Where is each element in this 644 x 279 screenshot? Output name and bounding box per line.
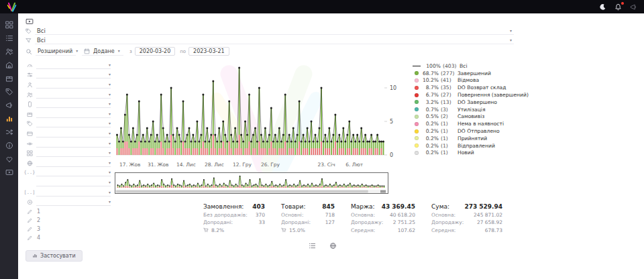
date-to-input[interactable]: 2023-03-21 bbox=[189, 47, 229, 56]
announcements-icon[interactable] bbox=[630, 3, 637, 11]
sidebar-item-info[interactable] bbox=[3, 140, 15, 150]
filter-select-2[interactable]: ▾ bbox=[36, 71, 111, 78]
filter-select-7[interactable]: ▾ bbox=[36, 120, 111, 127]
stat-title: Товари: bbox=[281, 203, 305, 210]
stat-value: 15.0% bbox=[289, 227, 305, 233]
legend-item[interactable]: 68.7%(277)Завершений bbox=[413, 70, 532, 77]
sidebar-item-marketing[interactable] bbox=[3, 100, 15, 110]
filter-select-13[interactable]: ▾ bbox=[36, 179, 111, 186]
filter-select-9[interactable]: ▾ bbox=[36, 140, 111, 148]
filter-select-12[interactable]: ▾ bbox=[36, 169, 111, 176]
user-icon bbox=[25, 82, 34, 88]
sidebar-item-dashboard[interactable] bbox=[3, 19, 15, 30]
cart-icon bbox=[281, 227, 286, 233]
from-label: з bbox=[129, 49, 132, 54]
funnel-filter-icon bbox=[25, 38, 32, 44]
filter-select-5[interactable]: ▾ bbox=[36, 101, 111, 108]
legend-count: (3) bbox=[441, 107, 456, 113]
date-from-input[interactable]: 2020-03-20 bbox=[135, 47, 176, 56]
status-filter-select[interactable]: Всі ▾ bbox=[35, 27, 514, 35]
filter-select-8[interactable]: ▾ bbox=[36, 130, 111, 137]
legend-label: Повернення (завершений) bbox=[458, 92, 529, 98]
filter-select-15[interactable]: ▾ bbox=[36, 199, 111, 206]
sidebar-item-customers[interactable] bbox=[3, 46, 15, 56]
sidebar-item-statistics[interactable] bbox=[3, 113, 15, 123]
legend-item[interactable]: 0.2%(1)Прийнятий bbox=[413, 135, 532, 142]
legend-dot-swatch bbox=[415, 115, 419, 119]
notifications-bell-icon[interactable] bbox=[614, 3, 622, 11]
table-view-icon[interactable] bbox=[309, 242, 316, 249]
chart-range-brush[interactable] bbox=[115, 172, 388, 194]
x-axis-label: 31. Жов bbox=[148, 162, 168, 168]
dashboard-icon bbox=[5, 21, 13, 29]
legend-item[interactable]: 100%(403)Всі bbox=[413, 62, 532, 70]
sidebar bbox=[0, 13, 18, 279]
stat-value: 245 871.02 bbox=[474, 212, 502, 218]
theme-toggle-icon[interactable] bbox=[599, 3, 606, 11]
video-guide-icon[interactable] bbox=[25, 17, 34, 25]
stat-total: 845 bbox=[322, 203, 335, 210]
overview-mini-chart[interactable] bbox=[115, 173, 386, 193]
search-mode-select[interactable]: Розширений ▾ bbox=[36, 48, 76, 56]
map-view-icon[interactable] bbox=[329, 242, 337, 249]
chevron-down-icon: ▾ bbox=[118, 49, 120, 53]
legend-item[interactable]: 8.7%(35)DO Возврат склад bbox=[413, 84, 532, 91]
legend-item[interactable]: 0.2%(1)Відправлений bbox=[413, 142, 532, 150]
filter-select-14[interactable]: ▾ bbox=[36, 189, 111, 197]
search-icon[interactable] bbox=[25, 48, 32, 55]
app-logo-icon[interactable] bbox=[7, 2, 17, 12]
x-axis-label: 14. Лис bbox=[176, 162, 196, 168]
stat-value: 370 bbox=[256, 212, 265, 218]
custom-field-number: 4 bbox=[37, 235, 40, 241]
legend-item[interactable]: 0.2%(1)DO Отправлено bbox=[413, 127, 532, 135]
filter-select-3[interactable]: ▾ bbox=[36, 81, 111, 89]
stat-label: Допродані: bbox=[203, 219, 233, 225]
stat-label: Середня: bbox=[431, 227, 455, 233]
legend-label: Відправлений bbox=[458, 143, 495, 149]
legend-item[interactable]: 3.2%(13)DO Завершено bbox=[413, 99, 532, 106]
legend-item[interactable]: 6.7%(27)Повернення (завершений) bbox=[413, 91, 532, 99]
support-icon bbox=[5, 155, 13, 163]
legend-item[interactable]: 0.2%(1)Новий bbox=[413, 150, 532, 157]
tutorials-icon bbox=[5, 168, 13, 176]
filter-select-1[interactable]: ▾ bbox=[36, 62, 111, 69]
orders-icon bbox=[5, 34, 13, 42]
legend-item[interactable]: 0.7%(3)Утилізація bbox=[413, 106, 532, 113]
filter-select-11[interactable]: ▾ bbox=[36, 160, 111, 167]
filter-select-4[interactable]: ▾ bbox=[36, 91, 111, 99]
stat-column: Замовлення:403Без допродажів:370Допродан… bbox=[203, 203, 265, 233]
date-field-select[interactable]: Додане ▾ bbox=[82, 48, 123, 56]
filter-select-6[interactable]: ▾ bbox=[36, 111, 111, 118]
legend-item[interactable]: 0.2%(1)Нема в наявності bbox=[413, 120, 532, 127]
source-filter-select[interactable]: Всі ▾ bbox=[35, 36, 514, 44]
custom-field-1[interactable]: 1 bbox=[25, 207, 111, 216]
legend-item[interactable]: 0.5%(2)Самовивіз bbox=[413, 113, 532, 121]
apply-button[interactable]: Застосувати bbox=[25, 250, 83, 262]
sidebar-item-support[interactable] bbox=[3, 154, 15, 164]
stat-column: Сума:273 529.94Основна:245 871.02Допрода… bbox=[431, 203, 502, 233]
statistics-icon bbox=[5, 115, 13, 123]
sidebar-item-integrations[interactable] bbox=[3, 127, 15, 137]
sidebar-item-prices[interactable] bbox=[3, 87, 15, 97]
sidebar-item-tutorials[interactable] bbox=[3, 167, 15, 177]
topbar-actions bbox=[599, 3, 637, 11]
stat-value: 8.2% bbox=[211, 227, 224, 233]
orders-timeseries-chart[interactable]: 0510 bbox=[115, 60, 407, 161]
sidebar-item-products[interactable] bbox=[3, 73, 15, 83]
custom-field-number: 1 bbox=[37, 209, 40, 215]
legend-label: Всі bbox=[460, 63, 468, 69]
marketing-icon bbox=[5, 101, 13, 109]
legend-count: (1) bbox=[441, 121, 456, 127]
custom-field-2[interactable]: 2 bbox=[25, 216, 111, 225]
custom-field-4[interactable]: 4 bbox=[25, 233, 111, 242]
filter-select-10[interactable]: ▾ bbox=[36, 150, 111, 157]
sidebar-item-orders[interactable] bbox=[3, 33, 15, 43]
legend-item[interactable]: 10.2%(41)Відмова bbox=[413, 77, 532, 85]
sidebar-item-shop[interactable] bbox=[3, 60, 15, 70]
legend-percent: 0.5% bbox=[422, 113, 439, 119]
stat-title: Замовлення: bbox=[203, 203, 244, 210]
legend-percent: 0.2% bbox=[422, 128, 439, 134]
legend-label: DO Завершено bbox=[458, 99, 497, 105]
custom-field-3[interactable]: 3 bbox=[25, 225, 111, 233]
legend-percent: 8.7% bbox=[422, 85, 439, 91]
